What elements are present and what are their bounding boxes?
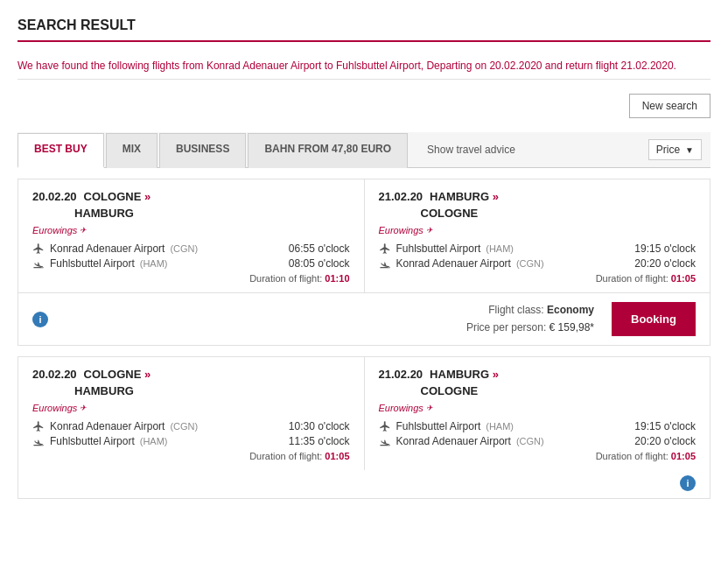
flight-1-outbound-arr-name: Fuhlsbuttel Airport xyxy=(50,257,135,270)
flight-1-price-area: Flight class: Economy Price per person: … xyxy=(466,302,594,335)
flight-2-return-to: COLOGNE xyxy=(379,384,696,397)
flight-1-footer: i Flight class: Economy Price per person… xyxy=(18,292,710,345)
travel-advice-area: Show travel advice xyxy=(410,132,640,167)
flight-1-outbound-from: COLOGNE xyxy=(84,190,142,203)
flight-2-outbound-arr-code: (HAM) xyxy=(140,436,168,446)
plane-takeoff-icon-1 xyxy=(32,242,45,255)
flight-1-return-arr-code: (CGN) xyxy=(516,258,544,269)
flight-card-2-inner: 20.02.20 COLOGNE » HAMBURG Eurowings✈ xyxy=(18,357,710,470)
tab-business[interactable]: BUSINESS xyxy=(159,133,246,168)
info-icon-1[interactable]: i xyxy=(32,312,48,327)
flight-1-return-dep-code: (HAM) xyxy=(486,243,514,254)
title-divider xyxy=(18,40,710,42)
flight-1-outbound-airline: Eurowings✈ xyxy=(32,225,350,235)
flight-1-return-airline: Eurowings✈ xyxy=(379,225,696,235)
flight-2-return-arr-name: Konrad Adenauer Airport xyxy=(396,435,511,447)
arrow-icon-2: » xyxy=(493,190,499,203)
flight-2-return-dep-time: 19:15 o'clock xyxy=(634,420,696,432)
flight-2-return-dep-code: (HAM) xyxy=(486,421,514,432)
flight-2-outbound-from: COLOGNE xyxy=(84,368,142,381)
sort-area: Price ▼ xyxy=(640,132,710,167)
tab-best-buy[interactable]: BEST BUY xyxy=(18,133,104,168)
plane-land-icon-1 xyxy=(32,257,45,270)
tabs-bar: BEST BUY MIX BUSINESS BAHN FROM 47,80 EU… xyxy=(18,132,710,168)
flight-1-outbound-date: 20.02.20 xyxy=(32,190,77,203)
info-text-content: We have found the following flights from… xyxy=(18,60,676,72)
flight-2-return-date: 21.02.20 xyxy=(379,368,424,381)
tab-mix[interactable]: MIX xyxy=(106,133,158,168)
flight-2-return-departure-row: Fuhlsbuttel Airport (HAM) 19:15 o'clock xyxy=(379,420,696,432)
flight-1-outbound-arr-code: (HAM) xyxy=(140,258,168,269)
arrow-icon-4: » xyxy=(493,368,499,381)
flight-1-outbound-departure-row: Konrad Adenauer Airport (CGN) 06:55 o'cl… xyxy=(32,242,350,255)
tab-bahn[interactable]: BAHN FROM 47,80 EURO xyxy=(248,133,408,168)
sort-label: Price xyxy=(656,144,680,156)
arrow-icon-3: » xyxy=(144,368,150,381)
new-search-button[interactable]: New search xyxy=(629,94,710,118)
flight-2-outbound-airline: Eurowings✈ xyxy=(32,403,350,413)
flight-2-outbound-leg: 20.02.20 COLOGNE » HAMBURG Eurowings✈ xyxy=(18,357,365,470)
flight-2-outbound-arr-name: Fuhlsbuttel Airport xyxy=(50,435,135,447)
flight-1-outbound-leg: 20.02.20 COLOGNE » HAMBURG Eurowings✈ xyxy=(18,179,365,292)
flight-2-return-arr-time: 20:20 o'clock xyxy=(634,435,696,447)
plane-takeoff-icon-3 xyxy=(32,420,45,432)
flight-2-return-arr-code: (CGN) xyxy=(516,436,544,446)
booking-button-1[interactable]: Booking xyxy=(612,302,696,336)
plane-takeoff-icon-2 xyxy=(379,242,391,255)
page-container: SEARCH RESULT We have found the followin… xyxy=(0,0,728,536)
flight-card-2: 20.02.20 COLOGNE » HAMBURG Eurowings✈ xyxy=(18,356,710,499)
flight-1-return-arr-name: Konrad Adenauer Airport xyxy=(396,257,511,270)
flight-2-outbound-departure-row: Konrad Adenauer Airport (CGN) 10:30 o'cl… xyxy=(32,420,350,432)
flight-2-outbound-dep-name: Konrad Adenauer Airport xyxy=(50,420,164,432)
flight-2-outbound-dep-code: (CGN) xyxy=(170,421,198,432)
flight-1-return-from: HAMBURG xyxy=(430,190,489,203)
plane-land-icon-2 xyxy=(379,257,391,270)
flight-1-outbound-duration: Duration of flight: 01:10 xyxy=(32,273,350,284)
flight-2-return-airline: Eurowings✈ xyxy=(379,403,696,413)
flight-2-outbound-date: 20.02.20 xyxy=(32,368,77,381)
flight-2-return-duration: Duration of flight: 01:05 xyxy=(379,451,696,461)
new-search-row: New search xyxy=(18,88,710,123)
info-text: We have found the following flights from… xyxy=(18,53,710,80)
flight-2-outbound-dep-time: 10:30 o'clock xyxy=(289,420,350,432)
flight-1-return-dep-name: Fuhlsbuttel Airport xyxy=(396,242,481,255)
flight-2-return-header: 21.02.20 HAMBURG » xyxy=(379,368,696,381)
plane-land-icon-4 xyxy=(379,435,391,447)
travel-advice-link[interactable]: Show travel advice xyxy=(427,144,515,156)
flight-1-return-header: 21.02.20 HAMBURG » xyxy=(379,190,696,203)
flight-1-return-departure-row: Fuhlsbuttel Airport (HAM) 19:15 o'clock xyxy=(379,242,696,255)
flight-2-footer: i xyxy=(18,470,710,498)
flight-2-return-leg: 21.02.20 HAMBURG » COLOGNE Eurowings✈ xyxy=(365,357,710,470)
flight-2-outbound-header: 20.02.20 COLOGNE » xyxy=(32,368,350,381)
flight-1-return-to: COLOGNE xyxy=(379,207,696,220)
flight-card-1: 20.02.20 COLOGNE » HAMBURG Eurowings✈ xyxy=(18,179,710,346)
flight-1-return-dep-time: 19:15 o'clock xyxy=(634,242,696,255)
flight-2-outbound-arr-time: 11:35 o'clock xyxy=(289,435,350,447)
arrow-icon-1: » xyxy=(144,190,150,203)
flight-1-return-leg: 21.02.20 HAMBURG » COLOGNE Eurowings✈ xyxy=(365,179,710,292)
plane-takeoff-icon-4 xyxy=(379,420,391,432)
flight-1-return-duration: Duration of flight: 01:05 xyxy=(379,273,696,284)
flight-1-return-arrival-row: Konrad Adenauer Airport (CGN) 20:20 o'cl… xyxy=(379,257,696,270)
flight-2-outbound-to: HAMBURG xyxy=(32,384,350,397)
sort-dropdown[interactable]: Price ▼ xyxy=(648,139,702,160)
flight-1-outbound-dep-time: 06:55 o'clock xyxy=(289,242,350,255)
flight-1-outbound-arrival-row: Fuhlsbuttel Airport (HAM) 08:05 o'clock xyxy=(32,257,350,270)
flight-2-return-dep-name: Fuhlsbuttel Airport xyxy=(396,420,481,432)
flight-card-1-inner: 20.02.20 COLOGNE » HAMBURG Eurowings✈ xyxy=(18,179,710,292)
flight-1-outbound-dep-code: (CGN) xyxy=(170,243,198,254)
flight-1-outbound-to: HAMBURG xyxy=(32,207,350,220)
flight-1-info-row: i xyxy=(32,312,48,327)
results-section: 20.02.20 COLOGNE » HAMBURG Eurowings✈ xyxy=(18,179,710,518)
flight-1-return-arr-time: 20:20 o'clock xyxy=(634,257,696,270)
flight-2-return-arrival-row: Konrad Adenauer Airport (CGN) 20:20 o'cl… xyxy=(379,435,696,447)
flight-1-return-date: 21.02.20 xyxy=(379,190,424,203)
flight-1-return-route: HAMBURG » xyxy=(430,190,499,203)
flight-2-return-from: HAMBURG xyxy=(430,368,489,381)
flight-2-outbound-arrival-row: Fuhlsbuttel Airport (HAM) 11:35 o'clock xyxy=(32,435,350,447)
info-icon-2[interactable]: i xyxy=(680,475,696,491)
flight-1-outbound-route: COLOGNE » xyxy=(84,190,151,203)
chevron-down-icon: ▼ xyxy=(685,145,694,155)
flight-1-outbound-arr-time: 08:05 o'clock xyxy=(289,257,350,270)
flight-2-outbound-duration: Duration of flight: 01:05 xyxy=(32,451,350,461)
